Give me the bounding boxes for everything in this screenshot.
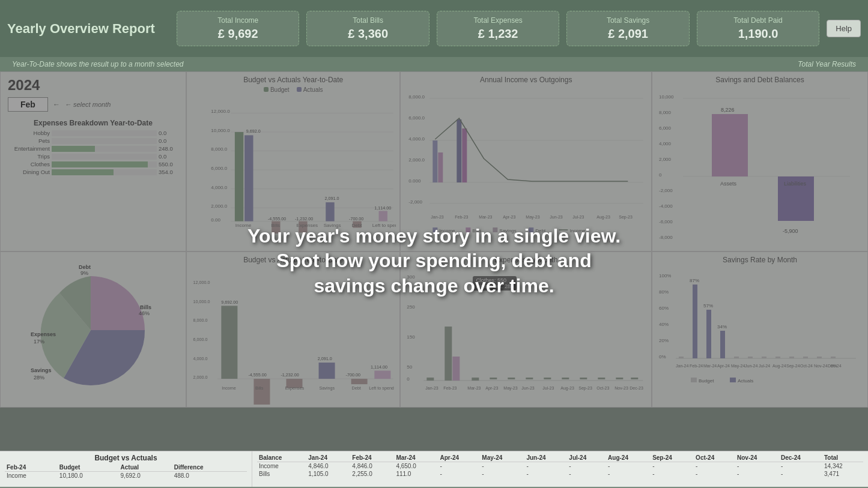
bills-row: Bills 1,105.0 2,255.0 111.0 - - - - - - … bbox=[257, 470, 863, 478]
income-oct: - bbox=[694, 462, 735, 471]
col-may24: May-24 bbox=[480, 454, 524, 462]
budget-actuals-table-title: Budget vs Actuals bbox=[5, 454, 247, 462]
stat-expenses-value: £ 1,232 bbox=[447, 27, 549, 41]
bills-apr: - bbox=[438, 470, 480, 478]
income-apr: - bbox=[438, 462, 480, 471]
overlay-text: Your year's money story in a single view… bbox=[235, 212, 633, 311]
col-diff: Difference bbox=[172, 463, 247, 472]
monthly-balance-table: Balance Jan-24 Feb-24 Mar-24 Apr-24 May-… bbox=[257, 454, 863, 478]
stat-debt-label: Total Debt Paid bbox=[707, 16, 809, 25]
stat-income-label: Total Income bbox=[187, 16, 289, 25]
subtitle-bar: Year-To-Date shows the result up to a mo… bbox=[0, 57, 868, 71]
income-label: Income bbox=[257, 462, 306, 471]
income-jan: 4,846.0 bbox=[306, 462, 350, 471]
income-total: 14,342 bbox=[822, 462, 863, 471]
col-total: Total bbox=[822, 454, 863, 462]
income-mar: 4,650.0 bbox=[394, 462, 438, 471]
stat-expenses-label: Total Expenses bbox=[447, 16, 549, 25]
overlay: Your year's money story in a single view… bbox=[0, 71, 868, 451]
stat-savings-value: £ 2,091 bbox=[577, 27, 679, 41]
row-budget: 10,180.0 bbox=[58, 472, 119, 480]
bills-label: Bills bbox=[257, 470, 306, 478]
subtitle-right: Total Year Results bbox=[798, 60, 856, 68]
col-oct24: Oct-24 bbox=[694, 454, 735, 462]
stat-debt-value: 1,190.0 bbox=[707, 27, 809, 41]
page-title: Yearly Overview Report bbox=[7, 21, 169, 37]
bills-oct: - bbox=[694, 470, 735, 478]
col-jul24: Jul-24 bbox=[567, 454, 606, 462]
stat-total-income: Total Income £ 9,692 bbox=[177, 11, 299, 46]
bills-may: - bbox=[480, 470, 524, 478]
bills-aug: - bbox=[606, 470, 651, 478]
col-feb24: Feb-24 bbox=[350, 454, 394, 462]
col-balance: Balance bbox=[257, 454, 306, 462]
income-row: Income 4,846.0 4,846.0 4,650.0 - - - - -… bbox=[257, 462, 863, 471]
row-actual: 9,692.0 bbox=[119, 472, 172, 480]
bills-jun: - bbox=[524, 470, 567, 478]
subtitle-left: Year-To-Date shows the result up to a mo… bbox=[12, 60, 184, 68]
bottom-table-left: Budget vs Actuals Feb-24 Budget Actual D… bbox=[0, 451, 252, 487]
stat-bills-value: £ 3,360 bbox=[317, 27, 419, 41]
help-button[interactable]: Help bbox=[827, 20, 861, 37]
col-nov24: Nov-24 bbox=[735, 454, 779, 462]
stat-total-debt: Total Debt Paid 1,190.0 bbox=[697, 11, 819, 46]
budget-actuals-table: Feb-24 Budget Actual Difference Income 1… bbox=[5, 463, 247, 480]
header: Yearly Overview Report Total Income £ 9,… bbox=[0, 0, 868, 57]
col-actual: Actual bbox=[119, 463, 172, 472]
col-jan24: Jan-24 bbox=[306, 454, 350, 462]
col-mar24: Mar-24 bbox=[394, 454, 438, 462]
stat-bills-label: Total Bills bbox=[317, 16, 419, 25]
bottom-table-right: Balance Jan-24 Feb-24 Mar-24 Apr-24 May-… bbox=[252, 451, 868, 487]
col-apr24: Apr-24 bbox=[438, 454, 480, 462]
stat-savings-label: Total Savings bbox=[577, 16, 679, 25]
stat-total-savings: Total Savings £ 2,091 bbox=[566, 11, 689, 46]
income-aug: - bbox=[606, 462, 651, 471]
col-dec24: Dec-24 bbox=[779, 454, 822, 462]
bills-feb: 2,255.0 bbox=[350, 470, 394, 478]
income-dec: - bbox=[779, 462, 822, 471]
row-diff: 488.0 bbox=[172, 472, 247, 480]
row-label: Income bbox=[5, 472, 58, 480]
col-jun24: Jun-24 bbox=[524, 454, 567, 462]
bills-mar: 111.0 bbox=[394, 470, 438, 478]
col-sep24: Sep-24 bbox=[651, 454, 694, 462]
bills-jan: 1,105.0 bbox=[306, 470, 350, 478]
income-feb: 4,846.0 bbox=[350, 462, 394, 471]
income-nov: - bbox=[735, 462, 779, 471]
table-row: Income 10,180.0 9,692.0 488.0 bbox=[5, 472, 247, 480]
stat-total-expenses: Total Expenses £ 1,232 bbox=[437, 11, 559, 46]
bills-nov: - bbox=[735, 470, 779, 478]
bottom-bar: Budget vs Actuals Feb-24 Budget Actual D… bbox=[0, 451, 868, 487]
col-budget: Budget bbox=[58, 463, 119, 472]
income-may: - bbox=[480, 462, 524, 471]
bills-total: 3,471 bbox=[822, 470, 863, 478]
bills-sep: - bbox=[651, 470, 694, 478]
stat-income-value: £ 9,692 bbox=[187, 27, 289, 41]
bills-dec: - bbox=[779, 470, 822, 478]
col-period: Feb-24 bbox=[5, 463, 58, 472]
col-aug24: Aug-24 bbox=[606, 454, 651, 462]
income-jun: - bbox=[524, 462, 567, 471]
stat-total-bills: Total Bills £ 3,360 bbox=[306, 11, 429, 46]
income-sep: - bbox=[651, 462, 694, 471]
income-jul: - bbox=[567, 462, 606, 471]
bills-jul: - bbox=[567, 470, 606, 478]
